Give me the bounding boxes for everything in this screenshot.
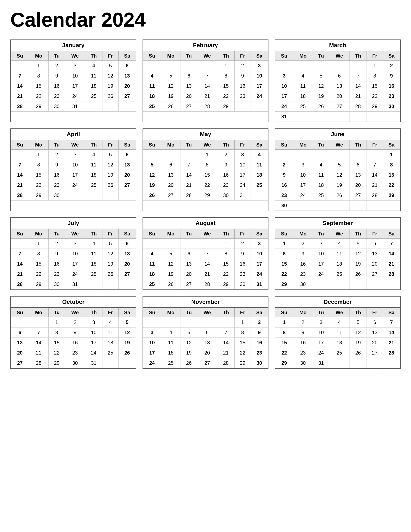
day-cell: 20 xyxy=(349,180,366,190)
day-cell: 8 xyxy=(29,160,49,170)
day-cell: 17 xyxy=(65,81,85,91)
month-title-october: October xyxy=(11,296,136,308)
day-cell: 28 xyxy=(29,358,49,368)
month-block-june: JuneSuMoTuWeThFrSa1234567891011121314151… xyxy=(275,128,401,211)
day-header-mo: Mo xyxy=(293,229,313,238)
day-cell: 29 xyxy=(197,190,217,200)
day-header-fr: Fr xyxy=(367,51,383,61)
day-cell: 6 xyxy=(181,249,197,259)
day-cell xyxy=(383,200,400,211)
table-row: 12131415161718 xyxy=(143,170,268,180)
day-header-fr: Fr xyxy=(102,308,119,317)
day-cell: 20 xyxy=(367,259,383,269)
day-cell: 9 xyxy=(383,71,400,81)
day-cell: 21 xyxy=(383,338,400,348)
day-cell: 1 xyxy=(217,238,234,249)
day-cell xyxy=(85,190,102,200)
day-cell: 19 xyxy=(313,91,329,101)
day-cell: 15 xyxy=(275,338,293,348)
table-row: 2728293031 xyxy=(11,358,136,368)
day-cell: 26 xyxy=(349,269,366,279)
day-cell: 27 xyxy=(197,358,217,368)
day-cell: 4 xyxy=(161,328,181,338)
day-cell: 29 xyxy=(217,101,234,112)
day-cell xyxy=(161,238,181,249)
day-cell xyxy=(349,150,366,160)
day-cell: 23 xyxy=(235,91,251,101)
day-cell: 26 xyxy=(161,101,181,112)
day-cell: 3 xyxy=(235,150,251,160)
day-cell: 26 xyxy=(118,348,136,358)
day-cell: 5 xyxy=(118,317,136,328)
day-cell: 23 xyxy=(235,269,251,279)
table-row: 3456789 xyxy=(275,71,400,81)
month-block-september: SeptemberSuMoTuWeThFrSa12345678910111213… xyxy=(275,217,401,290)
table-row: 16171819202122 xyxy=(275,180,400,190)
month-title-september: September xyxy=(275,218,400,229)
day-cell: 21 xyxy=(29,348,49,358)
day-cell: 9 xyxy=(235,249,251,259)
day-cell xyxy=(275,150,293,160)
month-block-april: AprilSuMoTuWeThFrSa123456789101112131415… xyxy=(10,128,136,211)
day-cell: 25 xyxy=(329,269,350,279)
day-cell xyxy=(367,358,383,368)
table-row: 11121314151617 xyxy=(143,81,268,91)
day-cell: 30 xyxy=(48,279,65,289)
day-cell: 27 xyxy=(161,190,181,200)
day-cell: 30 xyxy=(275,200,293,211)
day-cell: 10 xyxy=(293,170,313,180)
day-header-sa: Sa xyxy=(383,140,400,150)
day-cell: 26 xyxy=(313,101,329,112)
day-cell: 2 xyxy=(293,317,313,328)
day-cell: 28 xyxy=(11,101,29,112)
table-row: 12345 xyxy=(11,317,136,328)
day-cell: 13 xyxy=(197,338,217,348)
day-cell: 18 xyxy=(143,91,161,101)
day-cell: 23 xyxy=(217,180,234,190)
day-cell: 12 xyxy=(102,160,119,170)
day-cell xyxy=(197,61,217,71)
day-cell xyxy=(367,200,383,211)
day-cell: 12 xyxy=(161,259,181,269)
day-header-tu: Tu xyxy=(181,51,197,61)
day-cell: 17 xyxy=(235,170,251,180)
day-header-fr: Fr xyxy=(102,229,119,238)
day-cell xyxy=(251,190,268,200)
day-cell: 19 xyxy=(349,259,366,269)
table-row: 19202122232425 xyxy=(143,180,268,190)
day-cell: 2 xyxy=(48,150,65,160)
day-cell: 16 xyxy=(235,81,251,91)
day-cell: 12 xyxy=(349,328,366,338)
table-row: 123456 xyxy=(11,61,136,71)
day-cell: 21 xyxy=(367,180,383,190)
table-row: 2526272829 xyxy=(143,101,268,112)
day-header-su: Su xyxy=(275,140,293,150)
day-cell: 8 xyxy=(275,328,293,338)
day-cell: 25 xyxy=(143,279,161,289)
day-cell: 21 xyxy=(11,91,29,101)
month-block-august: AugustSuMoTuWeThFrSa12345678910111213141… xyxy=(143,217,268,290)
day-header-su: Su xyxy=(143,51,161,61)
day-cell: 9 xyxy=(251,328,268,338)
day-cell: 18 xyxy=(313,180,329,190)
day-cell: 7 xyxy=(11,249,29,259)
day-cell: 11 xyxy=(85,249,102,259)
day-cell: 14 xyxy=(383,249,400,259)
day-header-sa: Sa xyxy=(118,51,136,61)
day-cell: 17 xyxy=(293,180,313,190)
day-cell xyxy=(118,358,136,368)
day-cell: 1 xyxy=(235,317,251,328)
day-cell: 26 xyxy=(102,180,119,190)
day-cell xyxy=(85,279,102,289)
day-header-we: We xyxy=(329,308,350,317)
day-cell: 24 xyxy=(313,348,329,358)
day-cell: 25 xyxy=(161,358,181,368)
day-cell xyxy=(293,150,313,160)
day-cell: 22 xyxy=(197,180,217,190)
day-header-th: Th xyxy=(349,140,366,150)
day-cell: 11 xyxy=(102,328,119,338)
day-cell xyxy=(11,61,29,71)
day-header-we: We xyxy=(329,140,350,150)
day-cell: 1 xyxy=(29,238,49,249)
day-cell xyxy=(367,112,383,122)
